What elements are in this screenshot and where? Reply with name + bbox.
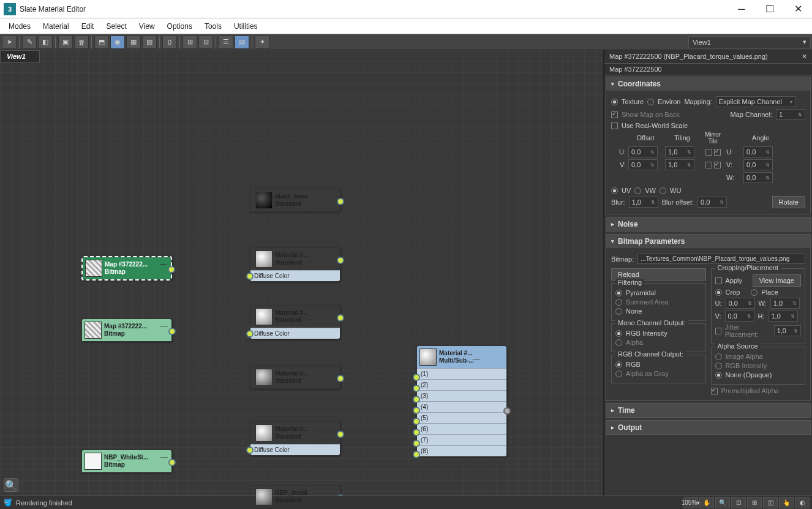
slot-diffuse[interactable]: Diffuse Color	[250, 270, 340, 281]
pan-icon[interactable]: ✋	[699, 497, 714, 508]
node-material-4[interactable]: Material #...Standard—	[250, 366, 340, 389]
pan-view-icon[interactable]: 👆	[779, 497, 794, 508]
output-socket[interactable]	[168, 459, 176, 466]
zoom-dropdown[interactable]: 105% ▾	[683, 497, 698, 508]
show-bg-icon[interactable]: ▨	[142, 36, 157, 49]
menu-modes[interactable]: Modes	[2, 20, 37, 33]
view-image-button[interactable]: View Image	[753, 274, 801, 287]
input-socket[interactable]	[413, 440, 420, 447]
minimize-icon[interactable]: —	[307, 257, 314, 266]
output-socket[interactable]	[168, 266, 175, 273]
blur-offset-spinner[interactable]: 0,0	[697, 197, 727, 208]
output-socket[interactable]	[168, 328, 176, 335]
slot-4[interactable]: (4)	[417, 401, 506, 412]
output-socket[interactable]	[337, 375, 344, 382]
slot-6[interactable]: (6)	[417, 423, 506, 434]
output-socket[interactable]	[337, 198, 344, 205]
output-socket[interactable]	[337, 257, 344, 264]
radio-crop[interactable]	[715, 289, 722, 296]
radio-rgb[interactable]	[615, 361, 622, 368]
radio-place[interactable]	[751, 289, 757, 296]
select-tool-icon[interactable]: ➤	[2, 36, 17, 49]
v-tile-checkbox[interactable]	[714, 162, 721, 168]
v-tiling-spinner[interactable]: 1,0	[665, 159, 694, 170]
u-angle-spinner[interactable]: 0,0	[743, 146, 773, 157]
hide-unused-icon[interactable]: ◉	[110, 36, 125, 49]
layout-icon[interactable]: ◐	[795, 497, 810, 508]
material-id-icon[interactable]: 0	[162, 36, 177, 49]
input-socket[interactable]	[246, 447, 254, 454]
slot-7[interactable]: (7)	[417, 434, 506, 445]
layout-children-icon[interactable]: ⊟	[198, 36, 213, 49]
menu-edit[interactable]: Edit	[75, 20, 100, 33]
crop-w-spinner[interactable]: 1,0	[770, 298, 800, 309]
menu-material[interactable]: Material	[37, 20, 75, 33]
minimize-icon[interactable]: —	[307, 431, 314, 440]
mapping-dropdown[interactable]: Explicit Map Channel	[716, 96, 795, 107]
minimize-icon[interactable]: —	[160, 453, 168, 461]
bitmap-path-field[interactable]: ...Textures_Common\NBP_Placard_torque_va…	[637, 254, 805, 264]
radio-uv[interactable]	[611, 187, 618, 194]
show-map-icon[interactable]: ▦	[126, 36, 141, 49]
slot-diffuse[interactable]: Diffuse Color	[250, 328, 340, 339]
v-offset-spinner[interactable]: 0,0	[628, 159, 658, 170]
radio-wu[interactable]	[660, 187, 666, 194]
crop-u-spinner[interactable]: 0,0	[726, 298, 755, 309]
slot-5[interactable]: (5)	[417, 412, 506, 423]
map-channel-spinner[interactable]: 1	[776, 109, 805, 120]
minimize-icon[interactable]: —	[307, 375, 314, 384]
node-multi-sub[interactable]: Material #...Multi/Sub-...— (1) (2) (3) …	[416, 345, 507, 457]
input-socket[interactable]	[413, 451, 420, 458]
u-mirror-checkbox[interactable]	[705, 149, 712, 156]
crop-h-spinner[interactable]: 1,0	[769, 311, 798, 322]
blur-spinner[interactable]: 1,0	[629, 197, 658, 208]
options-icon[interactable]: ✦	[255, 36, 269, 49]
output-socket[interactable]	[337, 431, 344, 438]
layout-all-icon[interactable]: ⊞	[182, 36, 197, 49]
node-material-2[interactable]: Material #...Standard— Diffuse Color	[250, 247, 340, 282]
menu-tools[interactable]: Tools	[198, 20, 228, 33]
slot-1[interactable]: (1)	[417, 368, 506, 379]
radio-environ[interactable]	[647, 99, 654, 105]
list-icon[interactable]: ☰	[219, 36, 233, 49]
zoom-extents-icon[interactable]: ⊞	[747, 497, 762, 508]
minimize-icon[interactable]: —	[306, 495, 314, 503]
crop-v-spinner[interactable]: 0,0	[725, 311, 754, 322]
rollout-header-coordinates[interactable]: Coordinates	[606, 77, 810, 91]
radio-summed-area[interactable]	[615, 299, 622, 306]
radio-alpha[interactable]	[615, 339, 622, 346]
pick-material-icon[interactable]: ✎	[22, 36, 37, 49]
put-to-scene-icon[interactable]: ▣	[58, 36, 73, 49]
u-tile-checkbox[interactable]	[714, 149, 721, 156]
v-angle-spinner[interactable]: 0,0	[743, 159, 773, 170]
move-children-icon[interactable]: ⬒	[94, 36, 109, 49]
radio-texture[interactable]	[611, 99, 618, 105]
rotate-button[interactable]: Rotate	[772, 196, 805, 208]
input-socket[interactable]	[413, 374, 420, 381]
slot-2[interactable]: (2)	[417, 379, 506, 390]
delete-icon[interactable]: 🗑	[74, 36, 89, 49]
checkbox-apply[interactable]	[715, 277, 722, 284]
rollout-header-output[interactable]: Output	[606, 421, 810, 434]
zoom-icon[interactable]: 🔍	[715, 497, 730, 508]
input-socket[interactable]	[413, 407, 420, 414]
rollout-header-bitmap-params[interactable]: Bitmap Parameters	[606, 235, 810, 248]
minimize-icon[interactable]: —	[473, 355, 480, 364]
output-socket[interactable]	[503, 407, 511, 415]
assign-material-icon[interactable]: ◧	[38, 36, 53, 49]
menu-view[interactable]: View	[133, 20, 161, 33]
checkbox-show-map-back[interactable]	[611, 111, 618, 118]
input-socket[interactable]	[246, 330, 254, 337]
close-button[interactable]: ✕	[784, 0, 812, 18]
input-socket[interactable]	[413, 418, 420, 425]
minimize-icon[interactable]: —	[160, 260, 167, 268]
node-bitmap-3[interactable]: NBP_WhiteSt...Bitmap—	[81, 450, 172, 473]
radio-alpha-gray[interactable]	[615, 371, 622, 377]
minimize-icon[interactable]: —	[307, 198, 314, 207]
search-icon[interactable]: 🔍	[4, 478, 18, 492]
name-field[interactable]: Map #372222500	[604, 64, 812, 75]
radio-none[interactable]	[615, 308, 622, 315]
rollout-header-time[interactable]: Time	[606, 404, 810, 417]
minimize-button[interactable]: ─	[727, 0, 756, 18]
node-material-3[interactable]: Material #...Standard— Diffuse Color	[250, 305, 340, 339]
